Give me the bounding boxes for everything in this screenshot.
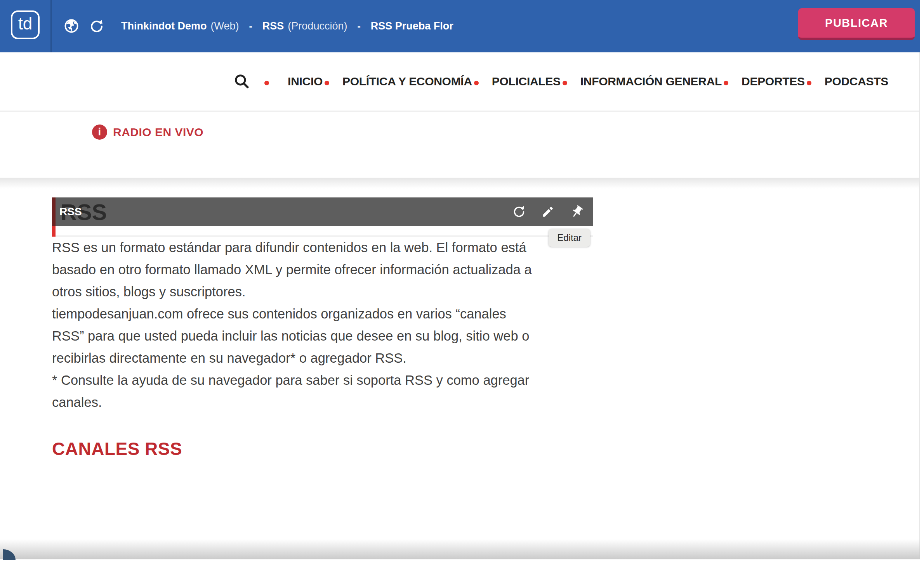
nav-dot: [474, 81, 479, 85]
nav-item-inicio[interactable]: INICIO: [288, 75, 329, 88]
content-column: RSS RSS Editar RSS es un for: [52, 197, 593, 459]
block-left-accent: [52, 226, 56, 237]
block-actions: [512, 197, 584, 226]
article-paragraph: * Consulte la ayuda de su navegador para…: [52, 369, 593, 413]
logo-text: td: [18, 14, 33, 33]
edit-tooltip: Editar: [549, 229, 590, 247]
publish-button[interactable]: PUBLICAR: [798, 8, 915, 40]
info-icon: i: [92, 125, 107, 140]
nav-item-deportes[interactable]: DEPORTES: [742, 75, 811, 88]
content-right-border: [919, 52, 920, 564]
canales-rss-heading: CANALES RSS: [52, 438, 593, 459]
breadcrumb-section[interactable]: RSS: [262, 20, 284, 32]
breadcrumb: Thinkindot Demo (Web) - RSS (Producción)…: [121, 0, 453, 52]
thinkindot-logo[interactable]: td: [11, 10, 40, 39]
article-body: RSS es un formato estándar para difundir…: [52, 237, 593, 459]
breadcrumb-separator: -: [357, 21, 360, 32]
nav-dot: [563, 81, 567, 85]
nav-dot: [264, 81, 269, 85]
breadcrumb-section-env: (Producción): [288, 20, 347, 32]
breadcrumb-site-env: (Web): [210, 20, 239, 32]
article-paragraph: RSS es un formato estándar para difundir…: [52, 237, 593, 303]
nav-item-politica-y-economia[interactable]: POLÍTICA Y ECONOMÍA: [342, 75, 479, 88]
bottom-strip: [0, 559, 920, 564]
globe-icon[interactable]: [64, 18, 79, 35]
breadcrumb-separator: -: [249, 21, 252, 32]
search-icon[interactable]: [233, 73, 250, 90]
block-editor-overlay[interactable]: RSS: [52, 197, 593, 226]
article-paragraph: tiempodesanjuan.com ofrece sus contenido…: [52, 303, 593, 369]
block-overlay-label: RSS: [59, 206, 82, 218]
nav-item-informacion-general[interactable]: INFORMACIÓN GENERAL: [580, 75, 728, 88]
topbar-divider: [50, 0, 52, 52]
footer-fade: [0, 539, 920, 559]
breadcrumb-site[interactable]: Thinkindot Demo: [121, 20, 207, 32]
refresh-icon[interactable]: [512, 205, 526, 218]
nav-item-podcasts[interactable]: PODCASTS: [825, 75, 888, 88]
nav-item-policiales[interactable]: POLICIALES: [492, 75, 567, 88]
nav-dot: [807, 81, 811, 85]
breadcrumb-page[interactable]: RSS Prueba Flor: [371, 20, 453, 32]
cms-topbar: td Thinkindot Demo (Web) - RSS (Producci…: [0, 0, 920, 52]
pencil-icon[interactable]: [541, 205, 554, 218]
site-nav: INICIO POLÍTICA Y ECONOMÍA POLICIALES IN…: [0, 52, 920, 112]
radio-strip: i RADIO EN VIVO: [0, 112, 920, 178]
radio-en-vivo-link[interactable]: i RADIO EN VIVO: [92, 125, 203, 140]
radio-label: RADIO EN VIVO: [113, 126, 203, 139]
rss-title-block: RSS RSS Editar: [52, 197, 593, 237]
pin-icon[interactable]: [570, 205, 584, 219]
nav-dot: [325, 81, 329, 85]
refresh-icon[interactable]: [89, 19, 104, 35]
nav-dot: [724, 81, 728, 85]
